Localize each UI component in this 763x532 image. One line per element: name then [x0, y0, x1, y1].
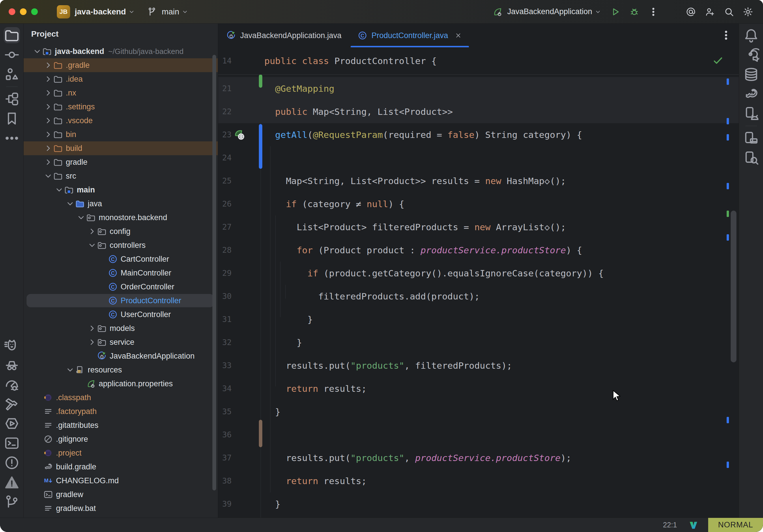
- run-button[interactable]: [610, 7, 620, 17]
- chevron-right-icon[interactable]: [43, 144, 53, 153]
- chevron-down-icon[interactable]: [87, 240, 97, 250]
- tree-item--vscode[interactable]: .vscode: [24, 114, 218, 128]
- chevron-right-icon[interactable]: [87, 323, 97, 333]
- code-line-36[interactable]: 36: [218, 423, 739, 446]
- tree-item-gradle[interactable]: gradle: [24, 155, 218, 169]
- ideavim-icon[interactable]: [689, 520, 698, 530]
- tree-item--project[interactable]: .project: [24, 446, 218, 460]
- tree-item-java-backend[interactable]: java-backend~/Github/java-backend: [24, 45, 218, 58]
- problems-tool-button[interactable]: [4, 455, 20, 471]
- gradle-tool-button[interactable]: [743, 86, 759, 102]
- tree-item-src[interactable]: src: [24, 169, 218, 183]
- tab-productcontroller-java[interactable]: CProductController.java: [350, 24, 470, 47]
- tree-item-cartcontroller[interactable]: CCartController: [24, 252, 218, 266]
- close-icon[interactable]: [455, 32, 462, 39]
- tree-item-maincontroller[interactable]: CMainController: [24, 266, 218, 280]
- code-line-22[interactable]: 22public Map<String, List<Product>>: [218, 100, 739, 123]
- commit-tool-button[interactable]: [4, 47, 20, 63]
- more-tools-button[interactable]: [4, 130, 20, 146]
- chevron-right-icon[interactable]: [43, 74, 53, 84]
- code-line-39[interactable]: 39}: [218, 492, 739, 516]
- chevron-right-icon[interactable]: [43, 157, 53, 167]
- hierarchy-tool-button[interactable]: [4, 91, 20, 107]
- close-button[interactable]: [9, 8, 15, 15]
- run-configuration[interactable]: JavaBackendApplication: [507, 7, 592, 16]
- code-line-24[interactable]: 24: [218, 146, 739, 169]
- chevron-right-icon[interactable]: [87, 337, 97, 347]
- vcs-change-marker[interactable]: [259, 124, 262, 169]
- caret-position[interactable]: 22:1: [663, 521, 677, 529]
- tree-item-main[interactable]: main: [24, 183, 218, 197]
- tree-item-gradlew-bat[interactable]: gradlew.bat: [24, 501, 218, 515]
- chevron-right-icon[interactable]: [43, 116, 53, 126]
- build-tool-button[interactable]: [4, 396, 20, 412]
- tree-item-build[interactable]: build: [24, 141, 218, 155]
- chevron-down-icon[interactable]: [76, 213, 86, 222]
- tree-item--nx[interactable]: .nx: [24, 86, 218, 100]
- code-line-30[interactable]: 30filteredProducts.add(product);: [218, 285, 739, 308]
- vcs-change-marker[interactable]: [259, 74, 262, 88]
- error-stripe-mark[interactable]: [727, 134, 729, 141]
- code-line-21[interactable]: 21@GetMapping: [218, 77, 739, 100]
- error-stripe-mark[interactable]: [727, 234, 729, 241]
- profiler-tool-button[interactable]: [4, 376, 20, 392]
- minimize-button[interactable]: [20, 8, 27, 15]
- error-stripe-mark[interactable]: [727, 211, 729, 217]
- ai-chat-tool-button[interactable]: [743, 47, 759, 63]
- vcs-change-marker[interactable]: [259, 420, 262, 447]
- chevron-right-icon[interactable]: [43, 60, 53, 70]
- project-name[interactable]: java-backend: [75, 7, 126, 16]
- project-tool-button[interactable]: [4, 27, 20, 43]
- warnings-tool-button[interactable]: [4, 474, 20, 490]
- notifications-tool-button[interactable]: [743, 27, 759, 43]
- tree-item-javabackendapplication[interactable]: JavaBackendApplication: [24, 349, 218, 363]
- private-tool-button[interactable]: [4, 357, 20, 373]
- code-line-27[interactable]: 27List<Product> filteredProducts = new A…: [218, 216, 739, 239]
- inspections-ok-icon[interactable]: [712, 55, 724, 66]
- error-stripe-mark[interactable]: [727, 183, 729, 189]
- tree-item-bin[interactable]: bin: [24, 128, 218, 141]
- endpoint-icon[interactable]: [233, 128, 246, 141]
- error-stripe-mark[interactable]: [727, 417, 729, 423]
- git-tool-button[interactable]: [4, 494, 20, 510]
- services-tool-button[interactable]: [4, 415, 20, 432]
- tree-item-ordercontroller[interactable]: COrderController: [24, 280, 218, 294]
- error-stripe-mark[interactable]: [727, 118, 729, 124]
- tree-item-build-gradle[interactable]: build.gradle: [24, 460, 218, 474]
- chevron-down-icon[interactable]: [32, 47, 42, 56]
- tree-item-usercontroller[interactable]: CUserController: [24, 308, 218, 321]
- tab-options-icon[interactable]: [720, 30, 732, 41]
- tree-item-resources[interactable]: resources: [24, 363, 218, 377]
- branch-name[interactable]: main: [162, 7, 179, 16]
- tree-item--idea[interactable]: .idea: [24, 72, 218, 86]
- search-everywhere-button[interactable]: [724, 7, 734, 17]
- code-with-me-icon[interactable]: [705, 7, 715, 17]
- tree-item-application-properties[interactable]: application.properties: [24, 377, 218, 391]
- editor-scrollbar[interactable]: [731, 211, 736, 362]
- code-editor[interactable]: 21@GetMapping22public Map<String, List<P…: [218, 74, 739, 518]
- code-line-31[interactable]: 31}: [218, 308, 739, 331]
- ai-assistant-icon[interactable]: [686, 7, 696, 17]
- tree-item--gradle[interactable]: .gradle: [24, 58, 218, 72]
- tree-item-models[interactable]: models: [24, 321, 218, 335]
- tree-item--settings[interactable]: .settings: [24, 100, 218, 114]
- tree-item-changelog-md[interactable]: MCHANGELOG.md: [24, 474, 218, 487]
- tree-item-productcontroller[interactable]: CProductController: [24, 294, 218, 308]
- tree-item-controllers[interactable]: controllers: [24, 238, 218, 252]
- tab-javabackendapplication-java[interactable]: JavaBackendApplication.java: [218, 24, 350, 47]
- terminal-tool-button[interactable]: [4, 435, 20, 451]
- copilot-tool-button[interactable]: [4, 337, 20, 353]
- chevron-down-icon[interactable]: [65, 199, 75, 209]
- code-line-26[interactable]: 26if (category ≠ null) {: [218, 192, 739, 216]
- chevron-right-icon[interactable]: [43, 130, 53, 139]
- vim-mode-badge[interactable]: NORMAL: [708, 518, 763, 532]
- tree-item-gradlew[interactable]: gradlew: [24, 487, 218, 501]
- tree-item-config[interactable]: config: [24, 224, 218, 238]
- bookmarks-tool-button[interactable]: [4, 111, 20, 127]
- code-line-32[interactable]: 32}: [218, 331, 739, 354]
- chevron-down-icon[interactable]: [54, 185, 64, 195]
- device-explorer-tool-button[interactable]: [743, 150, 759, 166]
- chevron-right-icon[interactable]: [87, 227, 97, 236]
- code-line-33[interactable]: 33results.put("products", filteredProduc…: [218, 354, 739, 377]
- tree-item--gitignore[interactable]: .gitignore: [24, 432, 218, 446]
